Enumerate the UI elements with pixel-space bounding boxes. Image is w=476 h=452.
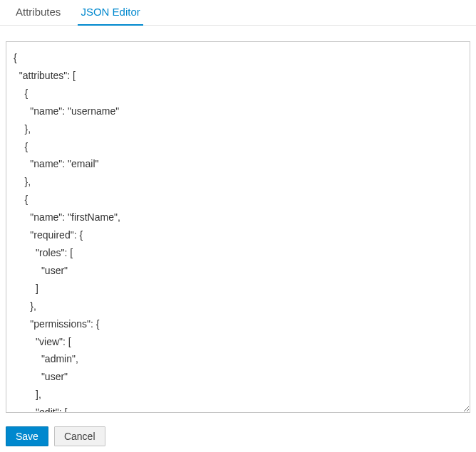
editor-container	[0, 26, 476, 424]
button-row: Save Cancel	[0, 424, 476, 449]
json-editor-textarea[interactable]	[6, 41, 470, 413]
tab-json-editor[interactable]: JSON Editor	[71, 0, 150, 25]
cancel-button[interactable]: Cancel	[54, 426, 105, 446]
tab-bar: Attributes JSON Editor	[0, 0, 476, 26]
tab-attributes[interactable]: Attributes	[6, 0, 71, 25]
save-button[interactable]: Save	[6, 426, 48, 446]
